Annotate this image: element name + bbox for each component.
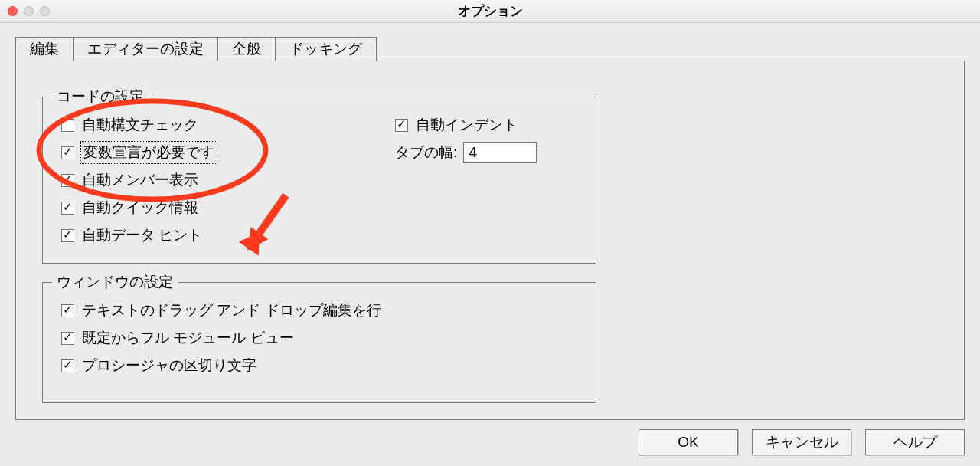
group-window-settings: ウィンドウの設定 テキストのドラッグ アンド ドロップ編集を行 既定からフル モ…: [42, 282, 596, 403]
tab-edit[interactable]: 編集: [15, 37, 74, 61]
tab-label: エディターの設定: [87, 41, 204, 57]
checkbox[interactable]: [61, 332, 74, 345]
option-full-module-view[interactable]: 既定からフル モジュール ビュー: [61, 324, 381, 352]
tabs: 編集 エディターの設定 全般 ドッキング: [15, 37, 377, 61]
help-button[interactable]: ヘルプ: [865, 429, 965, 455]
checkbox[interactable]: [61, 229, 74, 242]
checkbox-label: 自動インデント: [416, 115, 518, 135]
option-procedure-separator[interactable]: プロシージャの区切り文字: [61, 352, 381, 379]
tab-width-label: タブの幅:: [395, 143, 457, 162]
checkbox-label: 既定からフル モジュール ビュー: [82, 328, 294, 348]
option-auto-data-tips[interactable]: 自動データ ヒント: [61, 222, 216, 249]
dialog-buttons: OK キャンセル ヘルプ: [639, 429, 965, 455]
tab-width-input[interactable]: [463, 142, 537, 163]
option-auto-indent[interactable]: 自動インデント: [395, 111, 537, 139]
client-area: 編集 エディターの設定 全般 ドッキング コードの設定 自動構文チェック 変数宣…: [0, 23, 980, 466]
tab-editor[interactable]: エディターの設定: [73, 37, 218, 61]
checkbox[interactable]: [61, 304, 74, 317]
checkbox-label: 自動構文チェック: [82, 115, 198, 135]
checkbox[interactable]: [61, 359, 74, 372]
titlebar: オプション: [0, 0, 980, 23]
tab-panel: コードの設定 自動構文チェック 変数宣言が必要です 自動メンバー表示 自動クイッ…: [15, 61, 965, 420]
checkbox-label: 自動データ ヒント: [82, 225, 202, 245]
code-left-column: 自動構文チェック 変数宣言が必要です 自動メンバー表示 自動クイック情報 自動デ…: [61, 111, 216, 249]
checkbox-label: プロシージャの区切り文字: [82, 356, 256, 376]
option-require-variable-declaration[interactable]: 変数宣言が必要です: [61, 139, 216, 166]
button-label: ヘルプ: [893, 434, 937, 450]
checkbox[interactable]: [395, 119, 408, 132]
window-column: テキストのドラッグ アンド ドロップ編集を行 既定からフル モジュール ビュー …: [61, 297, 381, 379]
code-right-column: 自動インデント タブの幅:: [395, 111, 537, 166]
tab-label: ドッキング: [289, 41, 362, 57]
option-auto-quick-info[interactable]: 自動クイック情報: [61, 194, 216, 222]
checkbox[interactable]: [61, 146, 74, 159]
tab-general[interactable]: 全般: [217, 37, 276, 61]
tab-docking[interactable]: ドッキング: [275, 37, 377, 61]
ok-button[interactable]: OK: [639, 429, 738, 455]
button-label: OK: [678, 434, 698, 450]
group-code-settings: コードの設定 自動構文チェック 変数宣言が必要です 自動メンバー表示 自動クイッ…: [42, 97, 596, 264]
option-auto-syntax-check[interactable]: 自動構文チェック: [61, 111, 216, 139]
tab-label: 編集: [30, 41, 59, 57]
group-title: コードの設定: [52, 87, 149, 107]
checkbox[interactable]: [61, 119, 74, 132]
tab-width-row: タブの幅:: [395, 139, 537, 166]
group-title: ウィンドウの設定: [52, 272, 178, 292]
checkbox[interactable]: [61, 202, 74, 215]
option-drag-drop-edit[interactable]: テキストのドラッグ アンド ドロップ編集を行: [61, 297, 381, 324]
checkbox-label: 自動クイック情報: [82, 198, 198, 218]
cancel-button[interactable]: キャンセル: [752, 429, 851, 455]
checkbox-label: テキストのドラッグ アンド ドロップ編集を行: [82, 300, 381, 320]
button-label: キャンセル: [766, 434, 838, 450]
checkbox-label: 変数宣言が必要です: [82, 143, 216, 162]
option-auto-list-members[interactable]: 自動メンバー表示: [61, 166, 216, 194]
checkbox-label: 自動メンバー表示: [82, 170, 198, 190]
checkbox[interactable]: [61, 174, 74, 187]
tab-label: 全般: [232, 41, 261, 57]
window-title: オプション: [0, 0, 980, 23]
